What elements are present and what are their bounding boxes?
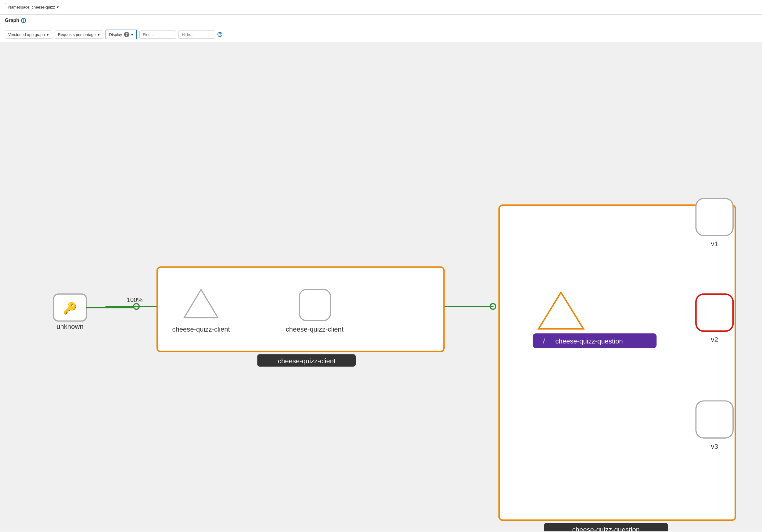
client-triangle-label: cheese-quizz-client bbox=[172, 326, 230, 333]
display-count-badge: 7 bbox=[124, 32, 129, 37]
edge-label-100pct-1: 100% bbox=[127, 296, 143, 303]
graph-svg: 100% 100% 100 23% 44:6% 32:4% chees bbox=[0, 42, 762, 531]
client-square-label: cheese-quizz-client bbox=[286, 326, 343, 333]
toolbar-help-icon[interactable]: ? bbox=[217, 32, 222, 37]
top-bar: Namespace: cheese-quizz ▾ bbox=[0, 0, 762, 15]
v1-label: v1 bbox=[711, 240, 718, 248]
chevron-down-icon: ▾ bbox=[47, 32, 49, 37]
graph-title-row: Graph ? bbox=[5, 18, 757, 23]
graph-type-label: Versioned app graph bbox=[8, 32, 45, 37]
chevron-down-icon: ▾ bbox=[98, 32, 100, 37]
unknown-label: unknown bbox=[56, 323, 84, 330]
question-node-label: cheese-quizz-question bbox=[556, 338, 623, 345]
display-dropdown[interactable]: Display 7 ▾ bbox=[106, 30, 137, 39]
hide-input[interactable] bbox=[179, 31, 215, 39]
graph-toolbar: Versioned app graph ▾ Requests percentag… bbox=[0, 27, 762, 42]
key-icon: 🔑 bbox=[63, 301, 77, 315]
graph-type-dropdown[interactable]: Versioned app graph ▾ bbox=[5, 31, 52, 39]
chevron-down-icon: ▾ bbox=[131, 32, 133, 37]
v2-label: v2 bbox=[711, 336, 718, 343]
client-square-node[interactable] bbox=[300, 289, 330, 320]
display-label: Display bbox=[109, 32, 122, 37]
graph-help-icon[interactable]: ? bbox=[21, 18, 26, 23]
client-group-label: cheese-quizz-client bbox=[278, 357, 336, 365]
question-group-box bbox=[499, 205, 735, 520]
fork-icon: ⑂ bbox=[541, 337, 545, 345]
v3-label: v3 bbox=[711, 443, 718, 450]
v3-node[interactable] bbox=[696, 401, 733, 438]
metric-label: Requests percentage bbox=[58, 32, 96, 37]
v1-node[interactable] bbox=[696, 198, 733, 236]
namespace-dropdown[interactable]: Namespace: cheese-quizz ▾ bbox=[5, 3, 62, 11]
graph-canvas[interactable]: 100% 100% 100 23% 44:6% 32:4% chees bbox=[0, 42, 762, 531]
question-group-label: cheese-quizz-question bbox=[572, 526, 640, 531]
graph-section-header: Graph ? bbox=[0, 15, 762, 27]
find-input[interactable] bbox=[139, 31, 176, 39]
metric-dropdown[interactable]: Requests percentage ▾ bbox=[55, 31, 103, 39]
chevron-down-icon: ▾ bbox=[57, 5, 59, 9]
graph-title-text: Graph bbox=[5, 18, 19, 23]
namespace-label: Namespace: cheese-quizz bbox=[8, 5, 55, 9]
v2-node[interactable] bbox=[696, 294, 733, 331]
